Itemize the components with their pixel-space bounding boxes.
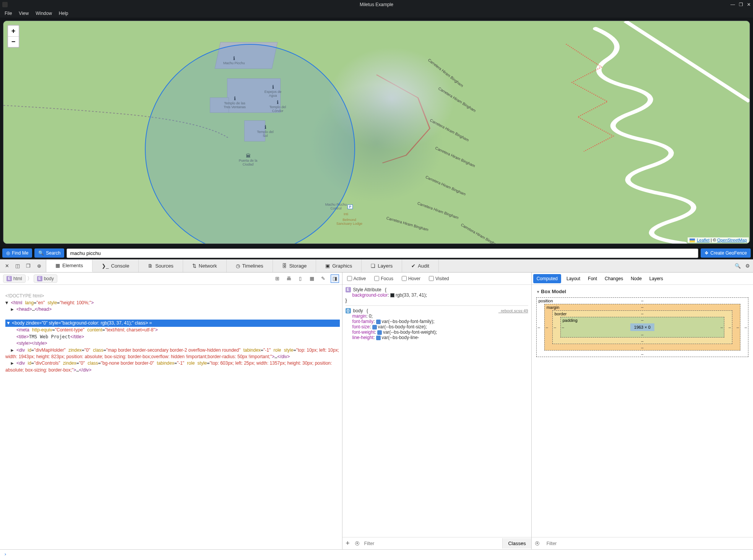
create-geofence-button[interactable]: ❖ Create GeoFence — [701, 248, 751, 258]
var-link-icon[interactable] — [372, 325, 377, 330]
tab-console[interactable]: ❯_Console — [93, 260, 139, 272]
target-mode-icon[interactable]: ⊕ — [34, 261, 44, 271]
var-link-icon[interactable] — [376, 336, 381, 340]
font-tab[interactable]: Font — [584, 273, 601, 284]
map-attribution: Leaflet | © OpenStreetMap — [688, 237, 749, 243]
tab-timelines[interactable]: ◷Timelines — [227, 260, 273, 272]
var-link-icon[interactable] — [377, 330, 382, 335]
search-input[interactable] — [67, 248, 698, 258]
search-button[interactable]: 🔍 Search — [34, 248, 64, 258]
breadcrumb-body[interactable]: Ebody — [34, 274, 57, 283]
console-tab-icon: ❯_ — [102, 263, 109, 269]
menu-file[interactable]: File — [2, 10, 15, 17]
tab-graphics[interactable]: ▣Graphics — [316, 260, 362, 272]
layers-tab-icon: ❏ — [371, 263, 375, 269]
state-hover[interactable]: Hover — [402, 276, 420, 281]
box-model-content: 1963 × 0 — [630, 323, 654, 331]
tab-elements[interactable]: ▦Elements — [46, 260, 93, 272]
devtools-search-icon[interactable]: 🔍 — [735, 263, 741, 269]
leaflet-link[interactable]: Leaflet — [697, 238, 709, 242]
computed-tab[interactable]: Computed — [533, 274, 561, 283]
timelines-tab-icon: ◷ — [236, 263, 240, 269]
fence-icon: ❖ — [704, 250, 709, 256]
menu-help[interactable]: Help — [56, 10, 71, 17]
pseudo-state-row: Active Focus Hover Visited — [342, 273, 531, 285]
var-link-icon[interactable] — [376, 320, 381, 324]
layout-mode-icon[interactable]: ⊞ — [273, 274, 282, 283]
edit-icon[interactable]: ✎ — [319, 274, 328, 283]
app-icon — [2, 2, 8, 7]
window-title: Miletus Example — [360, 2, 393, 7]
filter-icon: ⦿ — [532, 541, 543, 546]
box-model-padding: padding –––– 1963 × 0 — [560, 317, 724, 338]
box-model-position: position –––– margin –––– border –––– pa… — [536, 297, 748, 357]
layers-subtab[interactable]: Layers — [646, 273, 667, 284]
tab-sources[interactable]: 🗎Sources — [139, 260, 183, 272]
app-menubar: File View Window Help — [0, 9, 753, 18]
rule-source-link[interactable]: _reboot.scss:49 — [498, 308, 528, 313]
search-icon: 🔍 — [38, 250, 44, 256]
tab-audit[interactable]: ✔Audit — [402, 260, 439, 272]
grid-icon[interactable]: ▦ — [308, 274, 316, 283]
tab-layers[interactable]: ❏Layers — [362, 260, 402, 272]
changes-tab[interactable]: Changes — [601, 273, 627, 284]
computed-filter-input[interactable] — [543, 539, 753, 549]
tab-storage[interactable]: 🗄Storage — [273, 260, 316, 272]
box-model-border: border –––– padding –––– 1963 × 0 — [552, 310, 732, 344]
styles-list[interactable]: EStyle Attribute { background-color: rgb… — [342, 285, 531, 537]
map-viewport[interactable]: ℹMachu Picchu ℹTemplo de las Tres Ventan… — [3, 21, 750, 244]
menu-view[interactable]: View — [16, 10, 32, 17]
tab-network[interactable]: ⇅Network — [183, 260, 227, 272]
dock-popout-icon[interactable]: ❐ — [24, 261, 33, 271]
window-maximize-button[interactable]: ❐ — [739, 2, 743, 7]
close-devtools-icon[interactable]: ✕ — [2, 261, 11, 271]
window-titlebar: Miletus Example — ❐ ✕ — [0, 0, 753, 9]
box-model-margin: margin –––– border –––– padding –––– 196… — [544, 304, 740, 351]
breadcrumb-html[interactable]: Ehtml — [3, 274, 26, 283]
find-me-button[interactable]: ◎ Find Me — [2, 248, 32, 258]
osm-link[interactable]: OpenStreetMap — [717, 238, 747, 242]
print-icon[interactable]: 🖶 — [285, 274, 293, 283]
devtools-panel: ✕ ◫ ❐ ⊕ ▦Elements ❯_Console 🗎Sources ⇅Ne… — [0, 259, 753, 560]
zoom-in-button[interactable]: + — [8, 26, 19, 36]
sources-tab-icon: 🗎 — [148, 263, 153, 269]
audit-tab-icon: ✔ — [411, 263, 415, 269]
target-icon: ◎ — [6, 250, 10, 256]
elements-tab-icon: ▦ — [55, 263, 60, 268]
add-rule-button[interactable]: + — [342, 539, 353, 547]
menu-window[interactable]: Window — [32, 10, 55, 17]
classes-button[interactable]: Classes — [502, 538, 531, 549]
geofence-circle — [145, 44, 355, 244]
graphics-tab-icon: ▣ — [325, 263, 330, 269]
styles-filter-input[interactable] — [361, 539, 503, 549]
window-close-button[interactable]: ✕ — [747, 2, 751, 7]
color-swatch[interactable] — [390, 293, 394, 297]
window-minimize-button[interactable]: — — [730, 2, 735, 7]
flag-icon — [690, 239, 695, 242]
dom-tree[interactable]: <!DOCTYPE html> ▼ <html lang="en" style=… — [0, 285, 342, 549]
network-tab-icon: ⇅ — [192, 263, 196, 269]
state-visited[interactable]: Visited — [429, 276, 449, 281]
state-focus[interactable]: Focus — [374, 276, 393, 281]
zoom-out-button[interactable]: − — [8, 36, 19, 47]
layout-tab[interactable]: Layout — [563, 273, 584, 284]
device-icon[interactable]: ▯ — [296, 274, 305, 283]
console-prompt[interactable]: › — [0, 549, 753, 560]
map-zoom-control: + − — [7, 25, 19, 48]
devtools-settings-icon[interactable]: ⚙ — [745, 263, 750, 269]
dock-side-icon[interactable]: ◫ — [13, 261, 22, 271]
state-active[interactable]: Active — [347, 276, 366, 281]
node-tab[interactable]: Node — [627, 273, 646, 284]
map-toolbar: ◎ Find Me 🔍 Search ❖ Create GeoFence — [0, 247, 753, 259]
toggle-pane-icon[interactable]: ◨ — [331, 274, 339, 283]
storage-tab-icon: 🗄 — [282, 263, 287, 269]
filter-icon: ⦿ — [353, 541, 361, 546]
box-model-heading: Box Model — [536, 289, 748, 294]
